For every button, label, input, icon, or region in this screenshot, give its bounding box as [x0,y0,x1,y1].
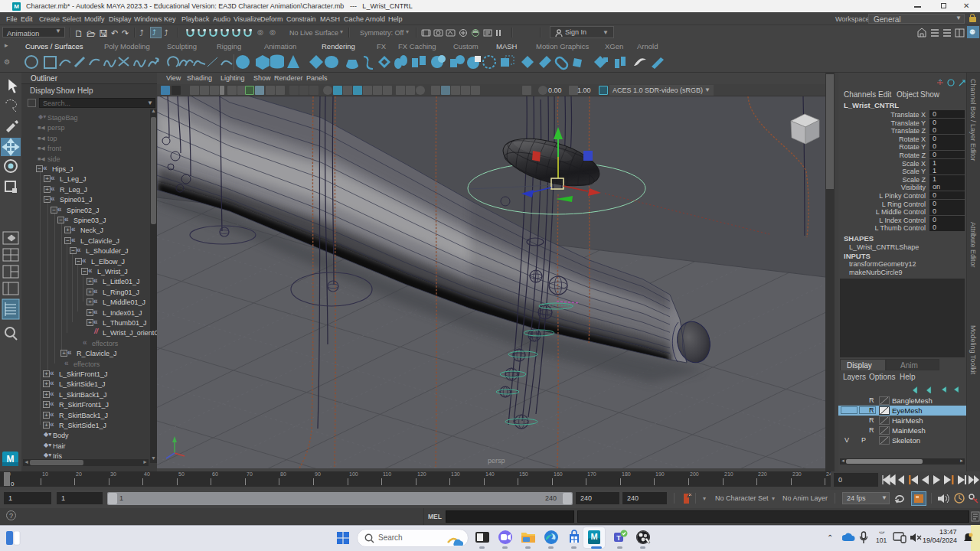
svg-text:persp: persp [488,457,505,465]
svg-text:M: M [590,532,597,541]
svg-text:T: T [616,534,621,542]
